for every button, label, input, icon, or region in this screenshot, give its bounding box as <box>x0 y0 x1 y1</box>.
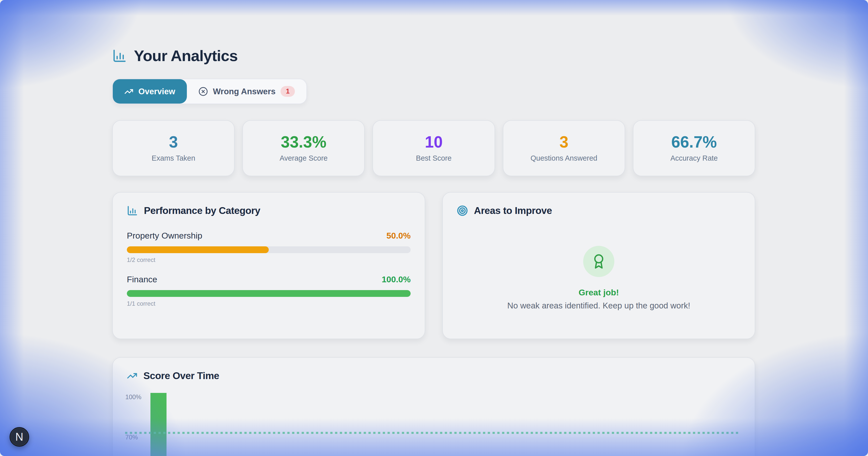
tab-wrong-answers[interactable]: Wrong Answers 1 <box>187 79 306 104</box>
performance-header: Performance by Category <box>127 205 411 216</box>
areas-to-improve-card: Areas to Improve Great job! No weak area… <box>442 192 755 339</box>
score-chart: 100% 70% <box>127 393 741 456</box>
tab-overview-label: Overview <box>138 87 175 96</box>
analytics-page: Your Analytics Overview Wrong Answers 1 … <box>0 0 868 456</box>
category-caption: 1/1 correct <box>127 300 411 307</box>
category-caption: 1/2 correct <box>127 256 411 263</box>
tab-group: Overview Wrong Answers 1 <box>112 79 307 104</box>
award-icon <box>591 254 607 269</box>
progress-track <box>127 290 411 297</box>
bar-chart-icon <box>127 205 138 216</box>
trending-up-icon <box>124 87 133 96</box>
stat-label: Exams Taken <box>152 154 195 162</box>
performance-by-category-card: Performance by Category Property Ownersh… <box>112 192 425 339</box>
page-title: Your Analytics <box>134 47 238 65</box>
stat-card-exams-taken: 3 Exams Taken <box>112 120 235 176</box>
progress-fill <box>127 290 411 297</box>
tab-overview[interactable]: Overview <box>113 79 187 104</box>
page-header: Your Analytics <box>112 47 755 65</box>
stat-card-accuracy-rate: 66.7% Accuracy Rate <box>633 120 755 176</box>
score-title: Score Over Time <box>144 370 219 381</box>
progress-track <box>127 246 411 253</box>
circle-x-icon <box>198 87 208 96</box>
target-icon <box>457 205 468 216</box>
category-row-property-ownership: Property Ownership 50.0% 1/2 correct <box>127 231 411 263</box>
score-bar <box>150 393 166 456</box>
performance-title: Performance by Category <box>144 205 260 216</box>
n-logo-button[interactable]: N <box>9 427 29 447</box>
category-label: Property Ownership <box>127 231 202 240</box>
stat-label: Accuracy Rate <box>670 154 718 162</box>
category-row-finance: Finance 100.0% 1/1 correct <box>127 275 411 307</box>
stat-value: 66.7% <box>671 134 717 150</box>
stats-row: 3 Exams Taken 33.3% Average Score 10 Bes… <box>112 120 755 176</box>
stat-card-best-score: 10 Best Score <box>372 120 495 176</box>
stat-card-questions-answered: 3 Questions Answered <box>503 120 625 176</box>
stat-card-average-score: 33.3% Average Score <box>242 120 365 176</box>
progress-fill <box>127 246 269 253</box>
category-percentage: 100.0% <box>382 275 411 284</box>
award-badge-circle <box>583 246 614 277</box>
stat-value: 33.3% <box>281 134 326 150</box>
middle-row: Performance by Category Property Ownersh… <box>112 192 755 339</box>
areas-message: No weak areas identified. Keep up the go… <box>507 301 690 310</box>
stat-value: 10 <box>425 134 442 150</box>
stat-value: 3 <box>169 134 178 150</box>
threshold-line <box>125 432 741 434</box>
areas-header: Areas to Improve <box>457 205 741 216</box>
tab-wrong-answers-label: Wrong Answers <box>213 87 276 96</box>
y-tick-100: 100% <box>125 393 142 401</box>
category-label: Finance <box>127 275 157 284</box>
stat-label: Best Score <box>416 154 452 162</box>
stat-label: Average Score <box>280 154 328 162</box>
score-header: Score Over Time <box>127 370 741 381</box>
stat-label: Questions Answered <box>530 154 597 162</box>
stat-value: 3 <box>559 134 568 150</box>
trending-up-icon <box>127 371 137 381</box>
category-rows: Property Ownership 50.0% 1/2 correct Fin… <box>127 231 411 307</box>
wrong-answers-count-badge: 1 <box>281 86 295 97</box>
great-job-headline: Great job! <box>579 288 619 297</box>
areas-body: Great job! No weak areas identified. Kee… <box>457 216 741 310</box>
main-content: Your Analytics Overview Wrong Answers 1 … <box>112 0 755 456</box>
y-tick-70: 70% <box>125 434 138 441</box>
bar-chart-icon <box>112 49 127 63</box>
category-percentage: 50.0% <box>386 231 411 240</box>
score-over-time-card: Score Over Time 100% 70% <box>112 357 755 456</box>
areas-title: Areas to Improve <box>474 205 552 216</box>
